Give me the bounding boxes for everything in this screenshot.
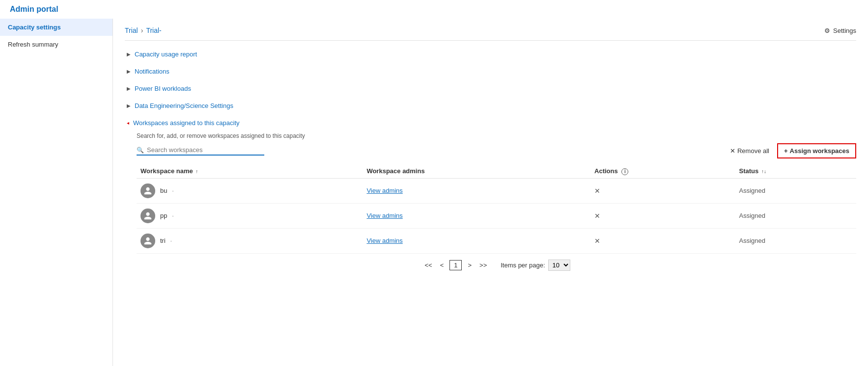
section-capacity-usage: ▶ Capacity usage report xyxy=(125,47,856,62)
table-header-row: Workspace name ↑ Workspace admins Action… xyxy=(137,164,856,178)
workspaces-content: Search for, add, or remove workspaces as… xyxy=(125,131,856,279)
app-title: Admin portal xyxy=(10,5,58,13)
sidebar-item-capacity-settings[interactable]: Capacity settings xyxy=(0,19,112,36)
section-power-bi-header[interactable]: ▶ Power BI workloads xyxy=(125,81,856,96)
breadcrumb-trial-sub[interactable]: Trial- xyxy=(146,26,161,34)
ws-status-cell: Assigned xyxy=(735,203,856,228)
col-actions: Actions i xyxy=(590,164,735,178)
items-per-page-select[interactable]: 10 25 50 xyxy=(548,260,570,271)
search-icon: 🔍 xyxy=(137,147,144,154)
chevron-right-icon: ▶ xyxy=(127,103,131,108)
search-workspaces-input[interactable] xyxy=(147,146,255,154)
ws-dot: · xyxy=(172,213,173,219)
pagination-last-button[interactable]: >> xyxy=(477,261,489,270)
view-admins-link[interactable]: View admins xyxy=(366,187,402,194)
assign-workspaces-button[interactable]: + Assign workspaces xyxy=(777,143,856,158)
avatar xyxy=(140,209,155,223)
section-capacity-usage-header[interactable]: ▶ Capacity usage report xyxy=(125,47,856,62)
ws-status-cell: Assigned xyxy=(735,228,856,253)
pagination-prev-button[interactable]: < xyxy=(438,261,446,270)
view-admins-link[interactable]: View admins xyxy=(366,237,402,244)
section-workspaces-header[interactable]: ◂ Workspaces assigned to this capacity xyxy=(125,115,856,131)
status-badge: Assigned xyxy=(739,212,765,219)
workspaces-table: Workspace name ↑ Workspace admins Action… xyxy=(137,164,856,254)
settings-button[interactable]: ⚙ Settings xyxy=(824,27,856,34)
main-layout: Capacity settings Refresh summary Trial … xyxy=(0,19,868,366)
pagination-next-button[interactable]: > xyxy=(466,261,474,270)
ws-name: tri xyxy=(160,237,166,244)
items-per-page: Items per page: 10 25 50 xyxy=(501,260,570,271)
search-row: 🔍 ✕ Remove all + Assign workspaces xyxy=(137,143,856,158)
chevron-down-icon: ◂ xyxy=(127,120,129,126)
app-header: Admin portal xyxy=(0,0,868,19)
sidebar-item-refresh-summary[interactable]: Refresh summary xyxy=(0,36,112,53)
ws-actions-cell: ✕ xyxy=(590,178,735,203)
chevron-right-icon: ▶ xyxy=(127,52,131,57)
sort-up-icon[interactable]: ↑ xyxy=(196,169,198,174)
gear-icon: ⚙ xyxy=(824,27,830,34)
table-row: pp · View admins ✕ Assigned xyxy=(137,203,856,228)
breadcrumb-separator: › xyxy=(141,26,143,34)
ws-actions-cell: ✕ xyxy=(590,203,735,228)
col-admins: Workspace admins xyxy=(363,164,590,178)
ws-name-cell: bu · xyxy=(137,178,363,203)
ws-name: bu xyxy=(160,187,167,194)
ws-status-cell: Assigned xyxy=(735,178,856,203)
remove-workspace-icon[interactable]: ✕ xyxy=(594,187,600,195)
sort-updown-icon[interactable]: ↑↓ xyxy=(761,169,766,174)
ws-dot: · xyxy=(172,188,173,194)
table-row: bu · View admins ✕ Assigned xyxy=(137,178,856,203)
ws-name-cell: pp · xyxy=(137,203,363,228)
section-data-engineering: ▶ Data Engineering/Science Settings xyxy=(125,98,856,113)
section-workspaces: ◂ Workspaces assigned to this capacity S… xyxy=(125,115,856,279)
section-notifications: ▶ Notifications xyxy=(125,64,856,79)
avatar xyxy=(140,234,155,248)
chevron-right-icon: ▶ xyxy=(127,69,131,74)
close-icon: ✕ xyxy=(730,147,735,155)
section-notifications-header[interactable]: ▶ Notifications xyxy=(125,64,856,79)
avatar xyxy=(140,183,155,198)
ws-name-cell: tri · xyxy=(137,228,363,253)
remove-all-button[interactable]: ✕ Remove all xyxy=(730,147,769,155)
col-status: Status ↑↓ xyxy=(735,164,856,178)
workspaces-description: Search for, add, or remove workspaces as… xyxy=(137,132,856,139)
ws-admins-cell: View admins xyxy=(363,228,590,253)
ws-admins-cell: View admins xyxy=(363,203,590,228)
ws-name: pp xyxy=(160,212,167,219)
table-row: tri · View admins ✕ Assigned xyxy=(137,228,856,253)
chevron-right-icon: ▶ xyxy=(127,86,131,91)
info-icon: i xyxy=(621,168,628,175)
plus-icon: + xyxy=(784,147,788,155)
search-box: 🔍 xyxy=(137,146,264,156)
section-power-bi: ▶ Power BI workloads xyxy=(125,81,856,96)
status-badge: Assigned xyxy=(739,187,765,194)
breadcrumb-trial[interactable]: Trial xyxy=(125,26,138,34)
sidebar: Capacity settings Refresh summary xyxy=(0,19,113,366)
col-name: Workspace name ↑ xyxy=(137,164,363,178)
content-area: Trial › Trial- ⚙ Settings ▶ Capacity usa… xyxy=(113,19,868,366)
pagination-current-page: 1 xyxy=(449,260,462,270)
ws-admins-cell: View admins xyxy=(363,178,590,203)
breadcrumb-bar: Trial › Trial- ⚙ Settings xyxy=(125,26,856,41)
ws-actions-cell: ✕ xyxy=(590,228,735,253)
pagination-row: << < 1 > >> Items per page: 10 25 50 xyxy=(137,254,856,277)
remove-workspace-icon[interactable]: ✕ xyxy=(594,212,600,220)
breadcrumb: Trial › Trial- xyxy=(125,26,162,34)
pagination-first-button[interactable]: << xyxy=(422,261,434,270)
ws-dot: · xyxy=(170,238,172,244)
section-data-engineering-header[interactable]: ▶ Data Engineering/Science Settings xyxy=(125,98,856,113)
view-admins-link[interactable]: View admins xyxy=(366,212,402,219)
remove-workspace-icon[interactable]: ✕ xyxy=(594,237,600,245)
status-badge: Assigned xyxy=(739,237,765,244)
actions-right: ✕ Remove all + Assign workspaces xyxy=(730,143,856,158)
